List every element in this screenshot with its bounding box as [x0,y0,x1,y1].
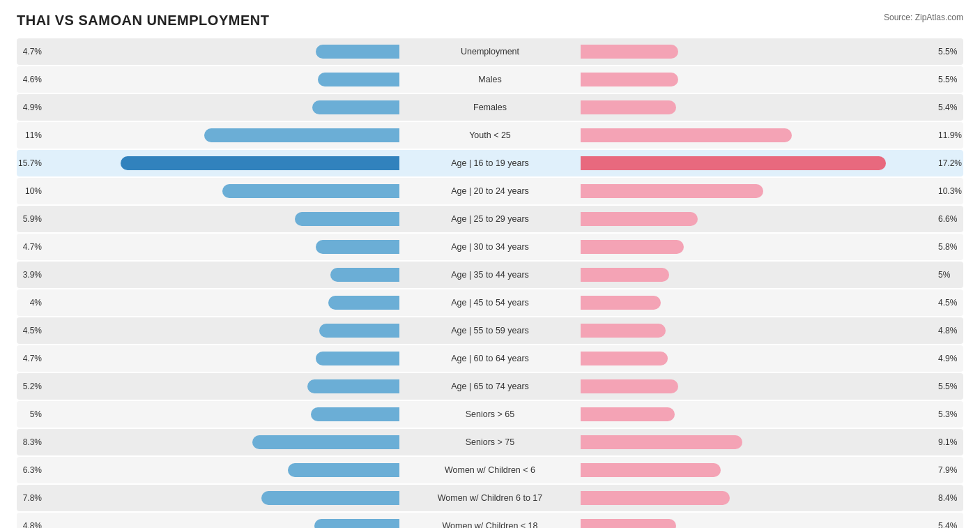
right-bar-wrap [581,435,935,449]
thai-value: 3.9% [17,270,42,280]
thai-bar [319,324,399,338]
left-area: 4% [17,291,399,315]
thai-value: 5.9% [17,214,42,224]
thai-bar [222,184,400,198]
bar-row: 10% Age | 20 to 24 years 10.3% [17,178,963,204]
samoan-value: 4.5% [938,298,963,308]
row-label: Age | 20 to 24 years [399,186,581,196]
row-label: Seniors > 65 [399,409,581,419]
thai-bar [316,352,399,365]
right-bar-wrap [581,324,935,338]
left-area: 4.8% [17,514,399,528]
samoan-bar [581,296,661,310]
right-bar-wrap [581,184,935,198]
thai-value: 4.6% [17,75,42,84]
samoan-bar [581,435,742,449]
left-area: 4.9% [17,96,399,119]
left-area: 7.8% [17,486,399,510]
left-area: 4.6% [17,68,399,91]
thai-value: 4.5% [17,326,42,335]
samoan-value: 5.3% [938,409,963,419]
samoan-value: 5.4% [938,103,963,112]
thai-value: 4.8% [17,521,42,528]
right-bar-wrap [581,407,935,421]
right-area: 4.5% [581,291,963,315]
left-area: 5% [17,402,399,426]
thai-bar [121,156,399,170]
row-label: Age | 25 to 29 years [399,214,581,224]
thai-bar [261,491,400,505]
thai-value: 7.8% [17,493,42,503]
thai-value: 11% [17,130,42,140]
thai-bar [328,296,399,310]
samoan-value: 5% [938,270,963,280]
samoan-bar [581,491,730,505]
chart-body: 4.7% Unemployment 5.5% 4.6% Males 5.5% [17,38,963,528]
left-bar-wrap [45,240,399,254]
thai-value: 4.9% [17,103,42,112]
right-area: 5.4% [581,96,963,119]
samoan-value: 4.9% [938,354,963,363]
right-area: 5.4% [581,514,963,528]
row-label: Women w/ Children 6 to 17 [399,493,581,503]
samoan-bar [581,100,676,114]
samoan-bar [581,379,678,393]
right-area: 4.9% [581,347,963,370]
samoan-value: 5.8% [938,242,963,252]
thai-value: 15.7% [17,158,42,168]
samoan-value: 10.3% [938,186,963,196]
samoan-value: 6.6% [938,214,963,224]
samoan-value: 4.8% [938,326,963,335]
samoan-value: 5.5% [938,382,963,391]
left-bar-wrap [45,73,399,86]
left-bar-wrap [45,463,399,477]
right-area: 5% [581,263,963,287]
thai-value: 4.7% [17,354,42,363]
left-bar-wrap [45,519,399,528]
row-label: Women w/ Children < 6 [399,465,581,475]
bar-row: 5% Seniors > 65 5.3% [17,401,963,428]
row-label: Age | 30 to 34 years [399,242,581,252]
row-label: Seniors > 75 [399,437,581,447]
samoan-value: 9.1% [938,437,963,447]
left-bar-wrap [45,296,399,310]
right-area: 6.6% [581,207,963,231]
samoan-bar [581,128,792,142]
right-area: 5.5% [581,375,963,398]
left-bar-wrap [45,268,399,282]
left-area: 10% [17,179,399,203]
thai-value: 5.2% [17,382,42,391]
thai-bar [252,435,399,449]
right-bar-wrap [581,212,935,226]
left-area: 8.3% [17,430,399,454]
right-bar-wrap [581,240,935,254]
right-area: 5.3% [581,402,963,426]
left-bar-wrap [45,435,399,449]
row-label: Age | 65 to 74 years [399,382,581,391]
thai-value: 4% [17,298,42,308]
samoan-bar [581,240,684,254]
row-label: Age | 45 to 54 years [399,298,581,308]
chart-header: Thai vs Samoan Unemployment Source: ZipA… [17,13,963,29]
right-area: 9.1% [581,430,963,454]
right-area: 17.2% [581,151,963,175]
thai-value: 10% [17,186,42,196]
right-bar-wrap [581,268,935,282]
samoan-value: 5.5% [938,47,963,56]
samoan-value: 8.4% [938,493,963,503]
bar-row: 3.9% Age | 35 to 44 years 5% [17,262,963,288]
left-bar-wrap [45,184,399,198]
right-area: 7.9% [581,458,963,482]
bar-row: 4% Age | 45 to 54 years 4.5% [17,289,963,316]
samoan-bar [581,519,676,528]
samoan-value: 5.5% [938,75,963,84]
bar-row: 4.7% Age | 60 to 64 years 4.9% [17,345,963,372]
thai-bar [307,379,399,393]
left-bar-wrap [45,324,399,338]
left-area: 4.7% [17,40,399,63]
samoan-bar [581,212,698,226]
row-label: Age | 60 to 64 years [399,354,581,363]
left-bar-wrap [45,45,399,59]
bar-row: 11% Youth < 25 11.9% [17,122,963,149]
row-label: Age | 16 to 19 years [399,158,581,168]
